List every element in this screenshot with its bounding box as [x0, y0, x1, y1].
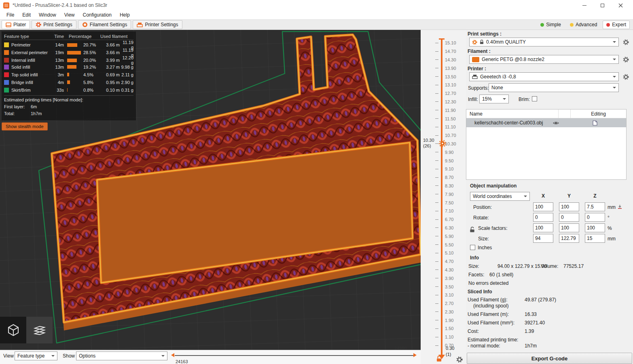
tick-label: 10.30	[445, 141, 456, 146]
tick-label: 12.30	[445, 99, 456, 104]
lock-icon	[480, 40, 484, 44]
show-stealth-mode-button[interactable]: Show stealth mode	[2, 122, 48, 130]
scale-y-input[interactable]	[559, 223, 579, 232]
tab-filament-settings[interactable]: Filament Settings	[78, 20, 131, 29]
menu-item[interactable]: Window	[35, 11, 60, 19]
tab-label: Print Settings	[43, 22, 72, 27]
rotate-x-input[interactable]	[533, 213, 553, 222]
scale-x-input[interactable]	[533, 223, 553, 232]
supports-dropdown[interactable]: None	[489, 83, 619, 92]
scale-lock-icon[interactable]	[470, 227, 475, 233]
chevron-down-icon	[51, 355, 55, 357]
move-slider-right-arrow-icon[interactable]	[413, 353, 417, 357]
name-column-header[interactable]: Name	[466, 111, 558, 117]
position-y-input[interactable]	[559, 202, 579, 211]
feature-name: External perimeter	[11, 50, 55, 55]
size-z-input[interactable]	[585, 234, 605, 243]
move-slider-left-arrow-icon[interactable]	[171, 353, 174, 357]
tick-label: 14.30	[445, 57, 456, 62]
feature-meters: 3.99 m	[101, 58, 120, 63]
edit-filament-button[interactable]	[622, 56, 629, 63]
lower-handle-label: 0.30 (1)	[446, 345, 454, 358]
menu-item[interactable]: File	[2, 11, 18, 19]
drop-to-bed-icon[interactable]	[617, 204, 622, 209]
sliced-value: 39271.40	[525, 320, 545, 328]
show-dropdown[interactable]: Options	[76, 351, 167, 360]
printer-dropdown[interactable]: Geeetech i3 -0,8	[469, 72, 619, 81]
3d-viewport[interactable]: Feature type Time Percentage Used filame…	[0, 30, 421, 350]
chevron-down-icon	[613, 41, 616, 43]
tick-label: 10.70	[445, 133, 456, 138]
menu-item[interactable]: Help	[116, 11, 134, 19]
layer-tick: 1.10	[421, 333, 456, 341]
maximize-button[interactable]	[593, 0, 612, 11]
layer-slider-track[interactable]	[441, 39, 442, 356]
chevron-down-icon	[161, 355, 165, 357]
tab-printer-settings[interactable]: Printer Settings	[133, 20, 182, 29]
layer-tick: 11.90	[421, 106, 456, 114]
mode-advanced[interactable]: Advanced	[567, 21, 600, 29]
chevron-down-icon	[524, 196, 527, 197]
3d-view-button[interactable]	[0, 317, 26, 343]
position-x-input[interactable]	[533, 202, 553, 211]
position-z-input[interactable]	[585, 202, 605, 211]
menu-item[interactable]: Edit	[18, 11, 35, 19]
right-settings-panel: Print settings : 0.40mm QUALITY Filament…	[466, 30, 633, 364]
unlock-icon[interactable]	[436, 356, 442, 362]
object-list: Name Editing kellerschacht-center-Cut003…	[466, 109, 627, 180]
tick-mark	[435, 135, 438, 136]
object-manipulation-title: Object manipulation	[470, 183, 517, 189]
slider-settings-gear-icon[interactable]	[456, 356, 463, 363]
upper-handle-sprocket-icon[interactable]	[438, 139, 447, 147]
edit-printer-button[interactable]	[622, 73, 629, 80]
view-dropdown[interactable]: Feature type	[15, 351, 57, 360]
infill-dropdown[interactable]: 15%	[479, 95, 509, 103]
info-volume-label: Volume:	[541, 263, 558, 269]
tick-mark	[435, 244, 438, 245]
print-settings-dropdown[interactable]: 0.40mm QUALITY	[469, 38, 619, 46]
feature-color-swatch	[4, 58, 9, 63]
feature-color-swatch	[4, 65, 9, 69]
feature-name: Top solid infill	[11, 72, 55, 77]
sliced-value: 16.33	[525, 311, 537, 320]
rotate-z-input[interactable]	[585, 213, 605, 222]
menu-item[interactable]: View	[60, 11, 79, 19]
feature-time: 4m	[55, 80, 67, 85]
minimize-button[interactable]	[575, 0, 593, 11]
editing-column-header[interactable]: Editing	[570, 109, 626, 118]
mode-expert[interactable]: Expert	[603, 21, 630, 29]
tick-label: 1.10	[445, 335, 453, 339]
size-x-input[interactable]	[533, 234, 553, 243]
gear-icon	[623, 39, 629, 45]
close-button[interactable]	[612, 0, 630, 11]
scale-z-input[interactable]	[585, 223, 605, 232]
inches-checkbox[interactable]	[470, 245, 475, 250]
tick-mark	[435, 118, 438, 119]
editing-icon[interactable]	[593, 120, 597, 126]
mode-simple[interactable]: Simple	[537, 21, 564, 29]
tick-label: 13.90	[445, 66, 456, 71]
brim-checkbox[interactable]	[532, 96, 537, 101]
coordinates-dropdown[interactable]: World coordinates	[470, 192, 530, 201]
layer-tick: 2.30	[421, 308, 456, 316]
move-slider-track[interactable]	[175, 355, 413, 356]
legend-row: Solid infill 13m 19.2% 3.27 m 9.98 g	[4, 63, 133, 71]
rotate-unit: °	[608, 215, 610, 221]
gear-icon	[623, 74, 629, 80]
eye-visibility-icon[interactable]	[553, 121, 559, 125]
rotate-y-input[interactable]	[559, 213, 579, 222]
size-label: Size:	[478, 236, 489, 242]
menu-item[interactable]: Configuration	[79, 11, 116, 19]
tick-mark	[435, 286, 438, 287]
tab-print-settings[interactable]: Print Settings	[32, 20, 76, 29]
tab-plater[interactable]: Plater	[2, 20, 30, 29]
tick-mark	[435, 227, 438, 228]
edit-print-settings-button[interactable]	[622, 38, 629, 46]
object-row[interactable]: kellerschacht-center-Cut003.obj	[466, 118, 626, 127]
feature-percentage-bar	[67, 58, 83, 62]
layers-view-button[interactable]	[26, 317, 53, 343]
size-y-input[interactable]	[559, 234, 579, 243]
filament-dropdown[interactable]: Generic PETG @0.8 nozzle2	[469, 55, 619, 64]
export-gcode-button[interactable]: Export G-code	[467, 353, 632, 364]
legend-row: Internal infill 13m 20.0% 3.99 m 12.20 g	[4, 55, 133, 63]
